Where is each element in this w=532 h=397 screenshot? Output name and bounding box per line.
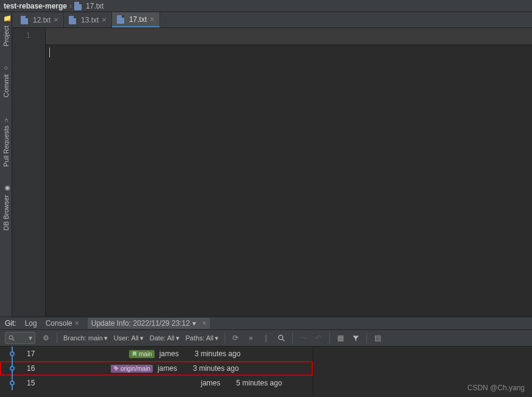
tab-label: 12.txt bbox=[33, 16, 51, 24]
close-icon[interactable]: × bbox=[202, 319, 206, 328]
tab-update-info[interactable]: Update Info: 2022/11/29 23:12 ▾ × bbox=[88, 318, 210, 329]
branch-tag-main: main bbox=[129, 350, 155, 358]
file-icon bbox=[69, 16, 76, 24]
tab-label: 17.txt bbox=[129, 15, 147, 24]
editor-tabs: 12.txt × 13.txt × 17.txt × bbox=[12, 12, 532, 28]
divider bbox=[329, 332, 330, 343]
gear-icon[interactable]: ⚙ bbox=[41, 334, 51, 343]
commit-row[interactable]: 17 main james 3 minutes ago bbox=[0, 346, 313, 361]
commit-author: james bbox=[159, 350, 190, 358]
divider bbox=[225, 332, 225, 343]
graph-node-icon bbox=[10, 366, 15, 371]
svg-point-2 bbox=[279, 336, 283, 340]
grid-icon[interactable]: ▦ bbox=[336, 334, 345, 343]
git-title: Git: bbox=[5, 319, 16, 328]
commit-list: 17 main james 3 minutes ago 16 origin/ma… bbox=[0, 346, 313, 396]
layout-icon[interactable]: ▤ bbox=[373, 334, 382, 343]
revert-icon[interactable]: ↶ bbox=[314, 334, 323, 343]
sidebar-item-label: Commit bbox=[2, 74, 10, 97]
commit-author: james bbox=[201, 379, 231, 387]
graph-node-icon bbox=[10, 351, 15, 356]
expand-icon[interactable]: » bbox=[247, 334, 256, 343]
commit-icon: ○ bbox=[2, 65, 10, 72]
divider bbox=[292, 332, 293, 343]
sidebar-item-project[interactable]: Project 📁 bbox=[2, 16, 10, 46]
file-icon bbox=[117, 15, 124, 24]
commit-message: 15 bbox=[27, 379, 155, 387]
editor-scroll-region bbox=[46, 28, 532, 45]
svg-point-0 bbox=[9, 336, 13, 339]
branch-tag-origin: origin/main bbox=[111, 365, 153, 373]
folder-icon: 📁 bbox=[2, 16, 10, 23]
graph-node-icon bbox=[10, 381, 15, 385]
search-icon[interactable] bbox=[277, 334, 286, 343]
bookmark-icon bbox=[131, 351, 138, 357]
sidebar-item-label: Pull Requests bbox=[2, 125, 10, 167]
tab-console[interactable]: Console × bbox=[46, 319, 79, 328]
filter-user[interactable]: User: All ▾ bbox=[114, 334, 144, 342]
chevron-right-icon: › bbox=[69, 2, 72, 10]
pause-icon[interactable]: ‖ bbox=[262, 334, 271, 343]
divider bbox=[57, 332, 57, 343]
svg-line-3 bbox=[282, 339, 285, 342]
left-sidebar: Project 📁 Commit ○ Pull Requests ⑂ DB Br… bbox=[0, 12, 12, 317]
close-icon[interactable]: × bbox=[75, 319, 79, 328]
merge-icon: ⑂ bbox=[2, 116, 10, 123]
sidebar-item-commit[interactable]: Commit ○ bbox=[2, 65, 10, 97]
commit-time: 3 minutes ago bbox=[195, 350, 240, 358]
line-gutter: 1 bbox=[12, 28, 46, 317]
commit-author: james bbox=[158, 364, 188, 373]
close-icon[interactable]: × bbox=[150, 15, 155, 24]
breadcrumb-file[interactable]: 17.txt bbox=[86, 2, 103, 10]
sidebar-item-label: Project bbox=[2, 26, 10, 46]
chevron-down-icon: ▾ bbox=[192, 319, 196, 328]
filter-paths[interactable]: Paths: All ▾ bbox=[186, 334, 219, 342]
tab-17[interactable]: 17.txt × bbox=[112, 12, 160, 27]
code-area[interactable] bbox=[46, 45, 532, 317]
chevron-down-icon: ▾ bbox=[29, 334, 32, 342]
search-input[interactable]: ▾ bbox=[5, 332, 35, 344]
editor[interactable]: 1 bbox=[12, 28, 532, 317]
breadcrumb-project[interactable]: test-rebase-merge bbox=[4, 2, 67, 10]
filter-branch[interactable]: Branch: main ▾ bbox=[63, 334, 108, 342]
sidebar-item-label: DB Browser bbox=[2, 195, 10, 231]
tab-label: 13.txt bbox=[81, 16, 99, 24]
tab-label: Console bbox=[46, 319, 72, 328]
svg-line-1 bbox=[13, 339, 15, 341]
commit-time: 5 minutes ago bbox=[236, 379, 282, 387]
commit-message: 17 bbox=[27, 350, 124, 358]
cherry-pick-icon[interactable]: ⤳ bbox=[299, 334, 308, 343]
sidebar-item-db-browser[interactable]: DB Browser ◉ bbox=[2, 185, 10, 231]
text-cursor bbox=[49, 47, 50, 57]
tab-12[interactable]: 12.txt × bbox=[16, 12, 64, 27]
tab-label: Update Info: 2022/11/29 23:12 bbox=[91, 319, 190, 328]
database-icon: ◉ bbox=[2, 185, 10, 192]
git-toolbar: ▾ ⚙ Branch: main ▾ User: All ▾ Date: All… bbox=[0, 330, 532, 346]
line-number: 1 bbox=[12, 30, 30, 40]
tab-13[interactable]: 13.txt × bbox=[64, 12, 112, 27]
filter-date[interactable]: Date: All ▾ bbox=[150, 334, 180, 342]
git-panel-tabs: Git: Log Console × Update Info: 2022/11/… bbox=[0, 317, 532, 330]
breadcrumb: test-rebase-merge › 17.txt bbox=[0, 0, 532, 12]
git-panel: Git: Log Console × Update Info: 2022/11/… bbox=[0, 317, 532, 397]
file-icon bbox=[21, 16, 28, 24]
sidebar-item-pull-requests[interactable]: Pull Requests ⑂ bbox=[2, 116, 10, 167]
close-icon[interactable]: × bbox=[102, 15, 107, 24]
commit-row[interactable]: 15 james 5 minutes ago bbox=[0, 376, 313, 390]
divider bbox=[366, 332, 367, 343]
file-icon bbox=[74, 2, 82, 10]
filter-icon[interactable] bbox=[351, 334, 360, 343]
commit-row[interactable]: 16 origin/main james 3 minutes ago bbox=[0, 361, 313, 376]
commit-message: 16 bbox=[27, 364, 106, 373]
search-icon bbox=[8, 334, 15, 342]
tab-log[interactable]: Log bbox=[25, 319, 37, 328]
tag-icon bbox=[113, 365, 119, 371]
commit-time: 3 minutes ago bbox=[193, 364, 239, 373]
refresh-icon[interactable]: ⟳ bbox=[231, 334, 240, 343]
close-icon[interactable]: × bbox=[54, 15, 58, 24]
watermark: CSDN @Ch.yang bbox=[467, 384, 525, 392]
